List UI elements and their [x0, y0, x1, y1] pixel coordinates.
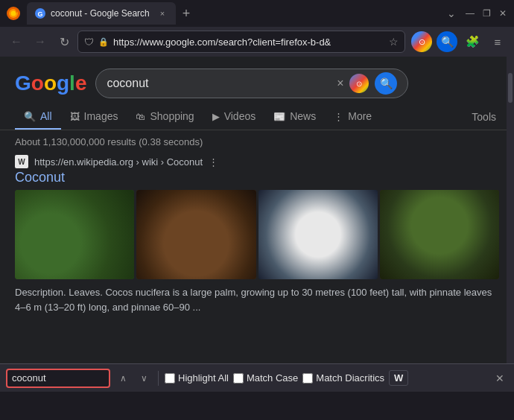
- match-case-checkbox[interactable]: [233, 373, 244, 384]
- window-controls: ⌄ — ❐ ✕: [444, 6, 508, 21]
- google-lens-icon[interactable]: ⊙: [411, 31, 432, 52]
- tab-close-button[interactable]: ×: [156, 7, 168, 19]
- scroll-thumb[interactable]: [508, 73, 513, 103]
- tab-dropdown-button[interactable]: ⌄: [444, 6, 459, 21]
- tab-shopping-label: Shopping: [150, 110, 194, 122]
- svg-text:G: G: [37, 10, 42, 18]
- scrollbar[interactable]: [507, 57, 514, 392]
- result-title[interactable]: Coconut: [15, 170, 499, 185]
- tab-title: coconut - Google Search: [51, 8, 152, 19]
- tab-more[interactable]: ⋮ More: [325, 104, 381, 130]
- highlight-all-label[interactable]: Highlight All: [165, 372, 229, 384]
- menu-icon[interactable]: ≡: [487, 31, 508, 52]
- image-grid: [15, 190, 499, 279]
- result-source: W https://en.wikipedia.org › wiki › Coco…: [15, 155, 499, 168]
- toolbar-icons: ⊙ 🔍 🧩 ≡: [411, 31, 508, 52]
- wikipedia-favicon: W: [15, 155, 28, 168]
- google-logo: Google: [15, 71, 86, 95]
- videos-tab-icon: ▶: [212, 111, 220, 122]
- tab-shopping[interactable]: 🛍 Shopping: [127, 104, 203, 130]
- find-previous-button[interactable]: ∧: [115, 370, 131, 386]
- find-input[interactable]: [12, 372, 94, 384]
- tab-more-label: More: [348, 110, 372, 122]
- coconut-image-3[interactable]: [258, 190, 378, 279]
- all-tab-icon: 🔍: [24, 111, 36, 122]
- svg-point-2: [11, 11, 16, 16]
- tab-news-label: News: [290, 110, 316, 122]
- match-case-label[interactable]: Match Case: [233, 372, 298, 384]
- extensions-icon[interactable]: 🧩: [462, 31, 483, 52]
- google-search-button[interactable]: 🔍: [375, 72, 397, 95]
- shopping-tab-icon: 🛍: [136, 111, 145, 122]
- shield-icon: 🛡: [84, 36, 94, 48]
- highlight-all-text: Highlight All: [178, 372, 229, 384]
- search-query-text: coconut: [107, 77, 331, 90]
- highlight-all-checkbox[interactable]: [165, 373, 175, 384]
- match-w-button[interactable]: W: [389, 370, 408, 386]
- navigation-bar: ← → ↻ 🛡 🔒 https://www.google.com/search?…: [0, 27, 514, 57]
- result-description: Description. Leaves. Cocos nucifera is a…: [15, 285, 499, 314]
- tools-button[interactable]: Tools: [469, 105, 499, 129]
- lock-icon: 🔒: [98, 37, 109, 47]
- find-input-wrapper[interactable]: [6, 369, 110, 388]
- title-bar: G coconut - Google Search × + ⌄ — ❐ ✕: [0, 0, 514, 27]
- images-tab-icon: 🖼: [70, 111, 80, 122]
- search-button[interactable]: 🔍: [437, 31, 457, 52]
- search-lens-icon[interactable]: ⊙: [349, 74, 369, 93]
- address-bar[interactable]: 🛡 🔒 https://www.google.com/search?client…: [77, 31, 405, 53]
- forward-button[interactable]: →: [30, 31, 51, 52]
- results-count: About 1,130,000,000 results (0.38 second…: [15, 136, 499, 147]
- match-diacritics-checkbox[interactable]: [302, 373, 313, 384]
- tab-images[interactable]: 🖼 Images: [61, 104, 127, 130]
- coconut-image-2[interactable]: [136, 190, 256, 279]
- match-case-text: Match Case: [247, 372, 298, 384]
- find-bar: ∧ ∨ Highlight All Match Case Match Diacr…: [0, 363, 514, 392]
- tab-news[interactable]: 📰 News: [264, 104, 325, 130]
- firefox-icon: [6, 6, 21, 21]
- find-next-button[interactable]: ∨: [136, 370, 152, 386]
- new-tab-button[interactable]: +: [176, 3, 197, 24]
- tab-videos[interactable]: ▶ Videos: [203, 104, 265, 130]
- result-domain: https://en.wikipedia.org › wiki › Coconu…: [34, 156, 203, 168]
- tab-all[interactable]: 🔍 All: [15, 104, 61, 130]
- bookmark-star-icon[interactable]: ☆: [389, 36, 399, 48]
- tab-images-label: Images: [84, 110, 118, 122]
- find-close-button[interactable]: ✕: [492, 370, 508, 386]
- tab-bar: G coconut - Google Search × +: [27, 2, 441, 25]
- tab-videos-label: Videos: [224, 110, 256, 122]
- google-header: Google coconut × ⊙ 🔍: [0, 57, 514, 104]
- google-search-box[interactable]: coconut × ⊙ 🔍: [95, 69, 408, 98]
- more-tab-icon: ⋮: [334, 111, 343, 122]
- match-diacritics-text: Match Diacritics: [316, 372, 384, 384]
- back-button[interactable]: ←: [6, 31, 27, 52]
- close-window-button[interactable]: ✕: [498, 8, 508, 19]
- match-diacritics-label[interactable]: Match Diacritics: [302, 372, 384, 384]
- page-content: Google coconut × ⊙ 🔍 🔍 All 🖼 Images 🛍 Sh…: [0, 57, 514, 392]
- maximize-button[interactable]: ❐: [481, 8, 492, 19]
- find-separator: [158, 371, 159, 386]
- tab-favicon: G: [34, 7, 46, 19]
- coconut-image-1[interactable]: [15, 190, 134, 279]
- active-tab[interactable]: G coconut - Google Search ×: [27, 2, 176, 25]
- result-more-button[interactable]: ⋮: [209, 156, 218, 168]
- reload-button[interactable]: ↻: [54, 31, 74, 52]
- minimize-button[interactable]: —: [465, 8, 475, 19]
- coconut-image-4[interactable]: [380, 190, 499, 279]
- url-text: https://www.google.com/search?client=fir…: [113, 36, 384, 48]
- tab-all-label: All: [40, 110, 52, 122]
- news-tab-icon: 📰: [273, 111, 285, 122]
- clear-search-button[interactable]: ×: [337, 77, 343, 90]
- google-nav-tabs: 🔍 All 🖼 Images 🛍 Shopping ▶ Videos 📰 New…: [0, 104, 514, 130]
- results-area: About 1,130,000,000 results (0.38 second…: [0, 130, 514, 320]
